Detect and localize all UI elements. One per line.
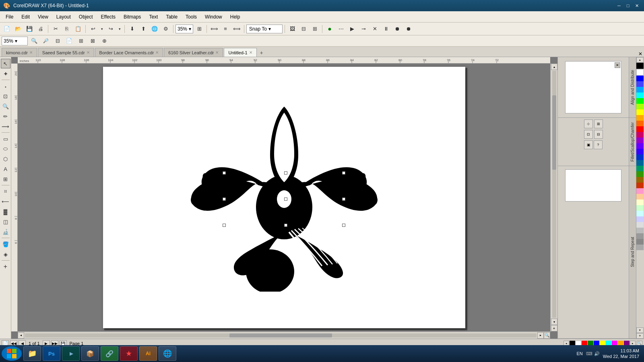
- hscroll-zoom[interactable]: 🔍: [544, 332, 550, 339]
- save-button[interactable]: 💾: [24, 24, 35, 34]
- view-btn1[interactable]: 🖼: [287, 24, 297, 34]
- smart-draw[interactable]: ⟿: [1, 121, 10, 131]
- taskbar-chrome[interactable]: 🌐: [159, 346, 176, 361]
- redo-button[interactable]: ↪: [105, 24, 116, 34]
- extra-btn5[interactable]: ⏺: [392, 24, 402, 34]
- extra-btn4[interactable]: ⏸: [381, 24, 391, 34]
- tab-close-border[interactable]: ✕: [155, 50, 159, 55]
- open-button[interactable]: 📂: [13, 24, 23, 34]
- fillet-btn4[interactable]: ⊟: [594, 130, 603, 139]
- color-swatch-black[interactable]: [636, 63, 644, 69]
- print-button[interactable]: 🖨: [35, 24, 46, 34]
- zoom-fit2[interactable]: ⊟: [52, 36, 63, 46]
- vscroll-up[interactable]: ▴: [551, 64, 557, 70]
- color-swatch-lightcyan[interactable]: [636, 211, 644, 216]
- zoom-plus[interactable]: ⊕: [99, 36, 109, 46]
- color-swatch-gray4[interactable]: [636, 239, 644, 245]
- add-page[interactable]: +: [1, 262, 10, 272]
- color-swatch-gray1[interactable]: [636, 222, 644, 228]
- start-button[interactable]: [2, 346, 22, 361]
- taskbar-explorer[interactable]: 📁: [23, 346, 41, 361]
- fillet-side-btn2[interactable]: ?: [594, 140, 603, 149]
- menu-bitmaps[interactable]: Bitmaps: [120, 12, 145, 21]
- align-box-close[interactable]: ✕: [615, 62, 620, 68]
- fill-tool[interactable]: 🪣: [1, 239, 10, 249]
- copy-button[interactable]: ⎘: [62, 24, 72, 34]
- hscroll-left[interactable]: ◂: [18, 332, 24, 339]
- parallel-tool[interactable]: ⌗: [1, 187, 10, 196]
- view-btn3[interactable]: ⊞: [310, 24, 320, 34]
- zoom-sel[interactable]: ⊠: [87, 36, 98, 46]
- ellipse-tool[interactable]: ⬭: [1, 144, 10, 154]
- freehand-tool[interactable]: ✏: [1, 111, 10, 121]
- menu-effects[interactable]: Effects: [97, 12, 120, 21]
- zoom-out-btn[interactable]: 🔎: [41, 36, 51, 46]
- zoom-input-dropdown[interactable]: 35% ▾: [2, 37, 28, 45]
- menu-view[interactable]: View: [34, 12, 52, 21]
- crop-tool[interactable]: ⊡: [1, 91, 10, 101]
- snap-dropdown[interactable]: Snap To ▾: [246, 25, 283, 33]
- tab-saeed[interactable]: Saeed Sample 55.cdr ✕: [38, 48, 94, 57]
- color-swatch-orange[interactable]: [636, 115, 644, 121]
- zoom-page2[interactable]: ⊞: [76, 36, 86, 46]
- canvas-work[interactable]: [18, 64, 550, 331]
- menu-edit[interactable]: Edit: [17, 12, 34, 21]
- color-swatch-mintgreen[interactable]: [636, 205, 644, 211]
- tab-kimono[interactable]: kimono.cdr ✕: [2, 48, 37, 57]
- menu-table[interactable]: Table: [162, 12, 182, 21]
- color-swatch-brown[interactable]: [636, 177, 644, 183]
- tab-silver[interactable]: 6160 Silver Leather.cdr ✕: [164, 48, 223, 57]
- color-swatch-lavender[interactable]: [636, 216, 644, 222]
- zoom-fit-button[interactable]: ⊞: [194, 24, 204, 34]
- menu-help[interactable]: Help: [226, 12, 244, 21]
- handle-br[interactable]: [342, 224, 345, 227]
- tab-close-saeed[interactable]: ✕: [87, 50, 90, 55]
- color-swatch-orange2[interactable]: [636, 121, 644, 126]
- handle-tl[interactable]: [223, 171, 226, 175]
- color-swatch-white-box[interactable]: [636, 69, 644, 76]
- handle-mr[interactable]: [342, 197, 345, 201]
- taskbar-app6[interactable]: 🔗: [101, 346, 118, 361]
- palette-scroll-up[interactable]: ▴: [636, 57, 644, 63]
- polygon-tool[interactable]: ⬡: [1, 154, 10, 164]
- menu-window[interactable]: Window: [201, 12, 226, 21]
- interactive-fill[interactable]: ◈: [1, 249, 10, 259]
- color-circle[interactable]: ●: [324, 24, 335, 34]
- menu-object[interactable]: Object: [75, 12, 97, 21]
- paste-button[interactable]: 📋: [73, 24, 83, 34]
- import-button[interactable]: ⬇: [127, 24, 137, 34]
- handle-mc[interactable]: [284, 197, 287, 201]
- hscroll-thumb[interactable]: [229, 333, 332, 337]
- fillet-side-btn1[interactable]: ▣: [584, 140, 593, 149]
- color-swatch-teal2[interactable]: [636, 166, 644, 171]
- align-center-tb[interactable]: ≡: [220, 24, 231, 34]
- color-swatch-gray3[interactable]: [636, 233, 644, 239]
- vscroll-add[interactable]: +: [551, 325, 557, 331]
- extra-btn1[interactable]: ⋯: [336, 24, 346, 34]
- menu-text[interactable]: Text: [145, 12, 162, 21]
- zoom-in-btn[interactable]: 🔍: [29, 36, 39, 46]
- vscroll-thumb[interactable]: [552, 95, 556, 169]
- tab-add-button[interactable]: +: [258, 49, 266, 57]
- taskbar-illustrator[interactable]: Ai: [139, 346, 157, 361]
- align-left-tb[interactable]: ⟺: [209, 24, 219, 34]
- maximize-button[interactable]: □: [624, 2, 632, 9]
- shape-tool[interactable]: ⬩: [1, 81, 10, 91]
- color-swatch-navy[interactable]: [636, 154, 644, 160]
- minimize-button[interactable]: ─: [615, 2, 623, 9]
- color-swatch-gray5[interactable]: [636, 245, 644, 250]
- menu-layout[interactable]: Layout: [52, 12, 75, 21]
- select-tool-2[interactable]: ✚: [1, 69, 10, 78]
- menu-file[interactable]: File: [2, 12, 17, 21]
- table-tool[interactable]: ⊞: [1, 174, 10, 184]
- extra-btn6[interactable]: ⏺: [403, 24, 414, 34]
- fillet-btn3[interactable]: ⊡: [584, 130, 593, 139]
- align-right-tb[interactable]: ⟺: [231, 24, 242, 34]
- color-swatch-yellow[interactable]: [636, 109, 644, 115]
- color-swatch-darkred[interactable]: [636, 183, 644, 188]
- shadow-tool[interactable]: ▓: [1, 207, 10, 216]
- fillet-btn2[interactable]: ⊞: [594, 119, 603, 128]
- handle-tr[interactable]: [342, 171, 345, 175]
- taskbar-app7[interactable]: ★: [120, 346, 138, 361]
- handle-tc[interactable]: [284, 171, 287, 175]
